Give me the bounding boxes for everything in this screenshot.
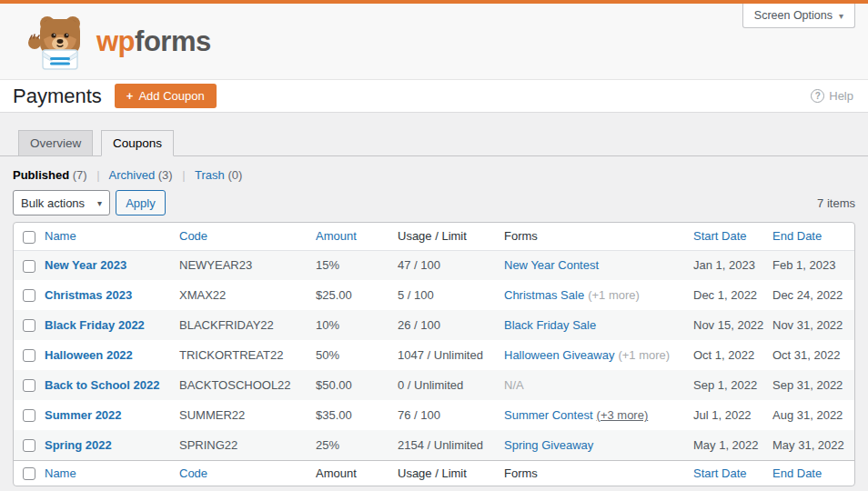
row-checkbox[interactable] [23, 289, 35, 302]
row-checkbox[interactable] [23, 349, 35, 362]
wpforms-wordmark: wpforms [96, 25, 211, 58]
coupon-name-link[interactable]: Back to School 2022 [45, 378, 159, 392]
add-coupon-label: Add Coupon [138, 89, 204, 103]
form-link[interactable]: New Year Contest [504, 258, 599, 272]
cell-end-date: Oct 31, 2022 [772, 340, 854, 370]
row-checkbox[interactable] [23, 319, 35, 332]
select-all-cell [14, 460, 45, 486]
cell-name: Black Friday 2022 [45, 310, 179, 340]
cell-usage: 76 / 100 [398, 400, 504, 430]
cell-code: BACKTOSCHOOL22 [179, 370, 316, 400]
table-row: New Year 2023NEWYEAR2315%47 / 100New Yea… [14, 250, 854, 280]
add-coupon-button[interactable]: + Add Coupon [115, 84, 217, 108]
cell-forms: Black Friday Sale [504, 310, 693, 340]
column-header-name[interactable]: Name [45, 460, 179, 486]
coupon-name-link[interactable]: Summer 2022 [45, 408, 122, 422]
screen-options-button[interactable]: Screen Options ▾ [742, 4, 855, 28]
form-link[interactable]: Black Friday Sale [504, 318, 596, 332]
tab-bar: Overview Coupons [0, 130, 868, 156]
cell-code: SUMMER22 [179, 400, 316, 430]
row-checkbox-cell [14, 280, 45, 310]
column-header-code[interactable]: Code [179, 460, 316, 486]
row-checkbox[interactable] [23, 409, 35, 422]
cell-usage: 47 / 100 [398, 250, 504, 280]
form-na-text: N/A [504, 378, 524, 392]
form-extra-count: (+1 more) [588, 288, 640, 302]
column-header-usage: Usage / Limit [398, 223, 504, 250]
column-header-name[interactable]: Name [45, 223, 179, 250]
coupon-name-link[interactable]: Black Friday 2022 [45, 318, 145, 332]
row-checkbox-cell [14, 250, 45, 280]
bulk-actions-selected-value: Bulk actions [21, 196, 85, 210]
help-icon: ? [811, 89, 824, 103]
tablenav-top: Bulk actions ▾ Apply 7 items [13, 189, 855, 216]
row-checkbox[interactable] [23, 260, 35, 273]
coupons-table-card: NameCodeAmountUsage / LimitFormsStart Da… [13, 222, 855, 486]
cell-start-date: Jul 1, 2022 [693, 400, 772, 430]
view-trash[interactable]: Trash (0) [195, 168, 242, 182]
row-checkbox[interactable] [23, 439, 35, 452]
form-link[interactable]: Summer Contest [504, 408, 593, 422]
view-archived[interactable]: Archived (3) [109, 168, 173, 182]
apply-button-top[interactable]: Apply [116, 190, 166, 215]
cell-amount: 50% [316, 340, 398, 370]
cell-forms: Christmas Sale(+1 more) [504, 280, 693, 310]
view-separator: | [182, 168, 185, 182]
page-title: Payments [13, 85, 102, 108]
table-row: Back to School 2022BACKTOSCHOOL22$50.000… [14, 370, 854, 400]
cell-forms: New Year Contest [504, 250, 693, 280]
view-published[interactable]: Published (7) [13, 168, 87, 182]
cell-end-date: Feb 1, 2023 [772, 250, 854, 280]
cell-start-date: Oct 1, 2022 [693, 340, 772, 370]
cell-code: XMAX22 [179, 280, 316, 310]
coupon-name-link[interactable]: Halloween 2022 [45, 348, 133, 362]
cell-forms: Summer Contest(+3 more) [504, 400, 693, 430]
cell-forms: N/A [504, 370, 693, 400]
cell-end-date: Nov 31, 2022 [772, 310, 854, 340]
bulk-actions-select-top[interactable]: Bulk actions ▾ [13, 190, 110, 215]
coupon-name-link[interactable]: Spring 2022 [45, 438, 112, 452]
cell-name: Halloween 2022 [45, 340, 179, 370]
coupon-name-link[interactable]: Christmas 2023 [45, 288, 132, 302]
cell-code: NEWYEAR23 [179, 250, 316, 280]
column-header-amount[interactable]: Amount [316, 223, 398, 250]
bear-mascot-icon [27, 14, 87, 70]
column-header-end[interactable]: End Date [772, 460, 854, 486]
chevron-down-icon: ▾ [97, 198, 102, 208]
table-footer-row: NameCodeAmountUsage / LimitFormsStart Da… [14, 460, 854, 486]
column-header-start[interactable]: Start Date [693, 223, 772, 250]
column-header-start[interactable]: Start Date [693, 460, 772, 486]
form-link[interactable]: Christmas Sale [504, 288, 584, 302]
cell-name: New Year 2023 [45, 250, 179, 280]
cell-end-date: May 31, 2022 [772, 430, 854, 460]
cell-code: TRICKORTREAT22 [179, 340, 316, 370]
help-label: Help [829, 89, 853, 103]
cell-forms: Spring Giveaway [504, 430, 693, 460]
cell-amount: 25% [316, 430, 398, 460]
column-header-forms: Forms [504, 223, 693, 250]
column-header-code[interactable]: Code [179, 223, 316, 250]
table-row: Spring 2022SPRING2225%2154 / UnlimitedSp… [14, 430, 854, 460]
row-checkbox[interactable] [23, 379, 35, 392]
form-extra-count[interactable]: (+3 more) [597, 408, 649, 422]
help-link[interactable]: ? Help [811, 89, 853, 103]
cell-amount: $35.00 [316, 400, 398, 430]
column-header-usage: Usage / Limit [398, 460, 504, 486]
page-toolbar: Payments + Add Coupon ? Help [0, 80, 868, 113]
row-checkbox-cell [14, 400, 45, 430]
coupons-table: NameCodeAmountUsage / LimitFormsStart Da… [14, 223, 854, 486]
coupon-name-link[interactable]: New Year 2023 [45, 258, 126, 272]
tab-overview[interactable]: Overview [18, 130, 93, 156]
select-all-checkbox[interactable] [23, 467, 35, 480]
column-header-end[interactable]: End Date [772, 223, 854, 250]
wpforms-logo: wpforms [27, 14, 211, 70]
content-area: Overview Coupons Published (7) | Archive… [0, 130, 868, 491]
chevron-down-icon: ▾ [839, 11, 843, 21]
tab-coupons[interactable]: Coupons [101, 130, 174, 156]
form-link[interactable]: Spring Giveaway [504, 438, 593, 452]
select-all-checkbox[interactable] [23, 231, 35, 244]
form-link[interactable]: Halloween Giveaway [504, 348, 614, 362]
row-checkbox-cell [14, 430, 45, 460]
cell-amount: 15% [316, 250, 398, 280]
cell-name: Back to School 2022 [45, 370, 179, 400]
